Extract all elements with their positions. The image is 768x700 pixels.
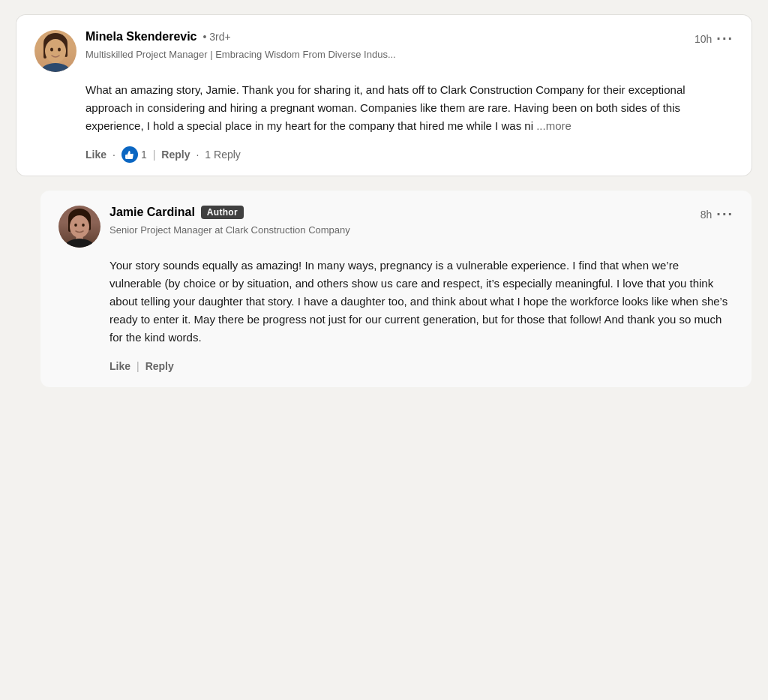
timestamp-minela: 10h [694,33,712,45]
name-row-jamie: Jamie Cardinal Author [110,206,244,219]
comment-actions-minela: Like · 1 | Reply · 1 Reply [86,146,734,164]
reply-button-minela[interactable]: Reply [161,146,190,164]
comment-header-minela: Minela Skenderevic • 3rd+ 10h ··· Multis… [34,30,734,72]
timestamp-jamie: 8h [700,209,712,221]
comment-minela: Minela Skenderevic • 3rd+ 10h ··· Multis… [16,15,752,176]
like-button-minela[interactable]: Like [86,146,106,164]
header-info-minela: Minela Skenderevic • 3rd+ 10h ··· Multis… [86,30,734,60]
subtitle-jamie: Senior Project Manager at Clark Construc… [110,224,734,236]
svg-point-15 [64,239,94,248]
replies-count-minela[interactable]: 1 Reply [205,149,240,161]
dot-separator-minela: · [112,149,116,161]
header-right-jamie: 8h ··· [700,206,734,223]
more-link-minela[interactable]: ...more [536,119,572,132]
reply-body-jamie: Your story sounds equally as amazing! In… [110,257,734,347]
svg-point-5 [58,48,61,52]
subtitle-minela: Multiskilled Project Manager | Embracing… [86,49,734,60]
like-count-minela: 1 [141,149,147,161]
svg-point-7 [40,63,70,72]
svg-point-3 [45,39,66,63]
comment-header-jamie: Jamie Cardinal Author 8h ··· Senior Proj… [58,206,734,248]
author-badge-jamie: Author [201,206,244,219]
header-right-minela: 10h ··· [694,30,734,47]
user-name-jamie: Jamie Cardinal [110,206,195,219]
svg-point-13 [82,224,85,227]
dot-separator2-minela: · [196,149,199,161]
reply-actions-jamie: Like | Reply [110,357,734,375]
reply-card-jamie: Jamie Cardinal Author 8h ··· Senior Proj… [40,191,752,387]
reply-section: Jamie Cardinal Author 8h ··· Senior Proj… [40,191,752,387]
like-button-jamie[interactable]: Like [110,357,130,375]
comment-body-minela: What an amazing story, Jamie. Thank you … [86,81,734,135]
header-info-jamie: Jamie Cardinal Author 8h ··· Senior Proj… [110,206,734,236]
avatar-jamie [58,206,100,248]
like-count-row-minela: 1 [122,146,147,163]
more-options-jamie[interactable]: ··· [716,206,734,223]
name-row-minela: Minela Skenderevic • 3rd+ [86,30,231,44]
reply-button-jamie[interactable]: Reply [146,357,174,375]
pipe-divider-jamie: | [136,360,140,372]
svg-point-11 [70,215,89,238]
more-options-minela[interactable]: ··· [716,30,734,47]
user-name-minela: Minela Skenderevic [86,30,197,44]
avatar-minela [34,30,76,72]
svg-point-12 [74,224,77,227]
degree-minela: • 3rd+ [203,31,231,43]
pipe-divider-minela: | [153,149,156,161]
comments-container: Minela Skenderevic • 3rd+ 10h ··· Multis… [16,15,752,387]
svg-point-4 [50,48,53,52]
thumbs-up-icon-minela [122,146,138,163]
